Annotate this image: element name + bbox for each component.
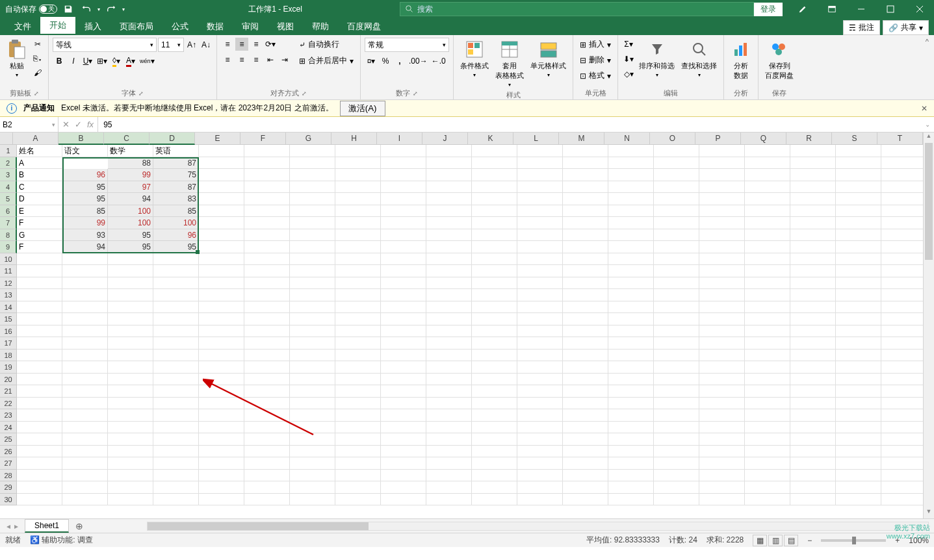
cell[interactable] [699, 157, 745, 170]
cell[interactable] [62, 313, 108, 325]
cell[interactable] [699, 325, 745, 338]
decrease-decimal-icon[interactable]: ←.0 [430, 55, 447, 68]
cell[interactable] [608, 446, 654, 458]
cell[interactable] [381, 181, 426, 194]
cell[interactable] [381, 446, 426, 458]
cell[interactable] [108, 422, 153, 434]
cell[interactable] [199, 205, 244, 218]
cell[interactable]: 95 [108, 229, 153, 242]
cell[interactable] [836, 145, 881, 157]
cell[interactable] [699, 145, 745, 157]
cell[interactable] [244, 145, 290, 157]
cell[interactable] [290, 265, 335, 277]
cell[interactable] [381, 253, 426, 266]
sheet-next-icon[interactable]: ▸ [14, 522, 18, 531]
cell[interactable] [745, 217, 790, 229]
row-header[interactable]: 29 [0, 481, 17, 494]
cell[interactable] [153, 385, 199, 398]
cell[interactable] [17, 422, 62, 434]
cell[interactable] [62, 265, 108, 277]
align-top-icon[interactable]: ≡ [221, 38, 234, 51]
cell[interactable] [654, 145, 699, 157]
cell[interactable] [244, 181, 290, 194]
cell[interactable] [244, 265, 290, 277]
cell[interactable] [290, 398, 335, 410]
cell[interactable] [563, 374, 608, 386]
tab-review[interactable]: 审阅 [233, 18, 268, 35]
cell[interactable] [881, 374, 923, 386]
cell[interactable] [745, 361, 790, 374]
cell[interactable] [17, 325, 62, 338]
cell[interactable] [517, 470, 563, 482]
cell[interactable] [699, 169, 745, 181]
cell[interactable]: 96 [153, 229, 199, 242]
cell[interactable] [654, 253, 699, 266]
cell[interactable] [199, 253, 244, 266]
cell[interactable] [790, 337, 836, 350]
cell[interactable] [290, 422, 335, 434]
cell[interactable] [153, 313, 199, 325]
cell[interactable] [790, 229, 836, 242]
cell[interactable] [381, 169, 426, 181]
cell[interactable] [17, 470, 62, 482]
cell[interactable] [290, 229, 335, 242]
cell[interactable] [517, 205, 563, 218]
cell[interactable] [335, 217, 381, 229]
cell[interactable]: F [17, 241, 62, 253]
column-header[interactable]: Q [741, 133, 786, 145]
row-header[interactable]: 16 [0, 325, 17, 338]
row-header[interactable]: 21 [0, 385, 17, 398]
cell[interactable] [472, 361, 517, 374]
cell[interactable] [881, 398, 923, 410]
cell[interactable] [153, 350, 199, 362]
cell[interactable] [381, 433, 426, 446]
cell[interactable] [290, 169, 335, 181]
currency-icon[interactable]: ¤▾ [365, 55, 378, 68]
cell[interactable] [608, 193, 654, 205]
cell[interactable] [699, 350, 745, 362]
row-header[interactable]: 4 [0, 181, 17, 194]
cell[interactable] [745, 446, 790, 458]
cell[interactable] [654, 385, 699, 398]
cell[interactable] [881, 446, 923, 458]
cell[interactable] [654, 241, 699, 253]
cell[interactable] [335, 277, 381, 290]
cell[interactable] [108, 361, 153, 374]
cell[interactable] [654, 181, 699, 194]
cell[interactable] [335, 409, 381, 422]
row-header[interactable]: 24 [0, 422, 17, 434]
row-header[interactable]: 27 [0, 457, 17, 470]
cell[interactable] [62, 277, 108, 290]
cell[interactable] [699, 265, 745, 277]
cells[interactable]: 姓名语文数学英语A958887B969975C959787D959483E851… [17, 145, 923, 505]
cell[interactable] [108, 253, 153, 266]
column-header[interactable]: H [331, 133, 377, 145]
cell[interactable]: E [17, 205, 62, 218]
column-header[interactable]: K [468, 133, 513, 145]
cell[interactable]: 英语 [153, 145, 199, 157]
cell[interactable] [244, 253, 290, 266]
share-button[interactable]: 🔗 共享 ▾ [883, 20, 929, 35]
cell[interactable] [517, 457, 563, 470]
accept-formula-icon[interactable]: ✓ [75, 120, 82, 129]
cell[interactable] [654, 301, 699, 314]
tab-help[interactable]: 帮助 [303, 18, 338, 35]
cell[interactable] [881, 205, 923, 218]
font-size-select[interactable]: 11▾ [158, 38, 184, 52]
cell[interactable] [381, 361, 426, 374]
cell[interactable]: 100 [108, 217, 153, 229]
cell[interactable] [62, 457, 108, 470]
cell[interactable] [563, 289, 608, 301]
cell[interactable] [608, 409, 654, 422]
cell[interactable] [836, 289, 881, 301]
cell[interactable] [790, 205, 836, 218]
cell[interactable] [335, 422, 381, 434]
row-header[interactable]: 15 [0, 313, 17, 325]
clipboard-expand-icon[interactable]: ⤢ [34, 90, 39, 97]
cell[interactable] [62, 385, 108, 398]
cell[interactable] [608, 145, 654, 157]
cell[interactable] [381, 145, 426, 157]
cell[interactable] [745, 494, 790, 506]
cell[interactable] [517, 337, 563, 350]
cell[interactable] [199, 325, 244, 338]
